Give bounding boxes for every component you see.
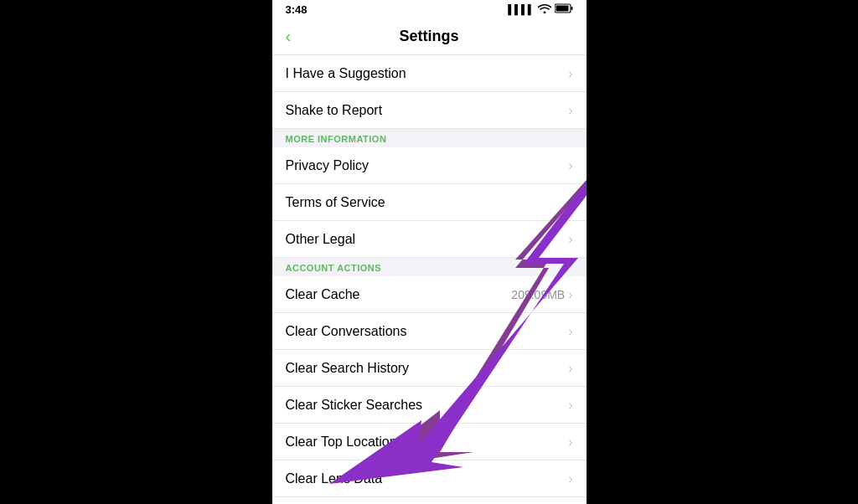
chevron-icon-lens: ›	[568, 471, 572, 486]
battery-icon	[555, 3, 573, 15]
list-item-clear-conversations[interactable]: Clear Conversations ›	[272, 313, 587, 350]
wifi-icon	[538, 3, 551, 15]
chevron-icon-terms: ›	[568, 195, 572, 210]
status-bar: 3:48 ▌▌▌▌	[272, 0, 587, 18]
item-label-cache: Clear Cache	[286, 287, 360, 302]
list-item-clear-locations[interactable]: Clear Top Locations ›	[272, 424, 587, 460]
item-label-suggestion: I Have a Suggestion	[286, 66, 406, 81]
item-label-locations: Clear Top Locations	[286, 435, 404, 450]
list-item-clear-cache[interactable]: Clear Cache 209.09MB ›	[272, 276, 587, 313]
svg-rect-1	[571, 7, 572, 10]
chevron-icon-cache: ›	[568, 287, 572, 302]
nav-bar: ‹ Settings	[272, 18, 587, 55]
chevron-icon-search: ›	[568, 361, 572, 376]
item-label-terms: Terms of Service	[286, 195, 385, 210]
signal-icon: ▌▌▌▌	[508, 4, 534, 14]
status-icons: ▌▌▌▌	[508, 3, 572, 15]
chevron-icon-conversations: ›	[568, 324, 572, 339]
list-item-terms[interactable]: Terms of Service ›	[272, 184, 587, 221]
item-label-privacy: Privacy Policy	[286, 158, 370, 173]
item-right-suggestion: ›	[568, 66, 572, 81]
chevron-icon-privacy: ›	[568, 158, 572, 173]
section-header-account: ACCOUNT ACTIONS	[272, 258, 587, 276]
list-item-shake-to-report[interactable]: Shake to Report ›	[272, 92, 587, 129]
list-item-other-legal[interactable]: Other Legal ›	[272, 221, 587, 258]
list-item-clear-sticker[interactable]: Clear Sticker Searches ›	[272, 387, 587, 424]
page-title: Settings	[399, 28, 458, 45]
chevron-icon-shake: ›	[568, 103, 572, 118]
list-item-join-beta[interactable]: Join Snapchat Beta ›	[272, 497, 587, 504]
cache-size-value: 209.09MB	[511, 288, 565, 301]
list-item-clear-lens[interactable]: Clear Lens Data ›	[272, 460, 587, 497]
status-time: 3:48	[286, 3, 308, 16]
item-label-sticker: Clear Sticker Searches	[286, 398, 423, 413]
section-header-more-info: MORE INFORMATION	[272, 129, 587, 147]
chevron-icon-sticker: ›	[568, 398, 572, 413]
svg-rect-2	[556, 6, 568, 12]
back-chevron-icon: ‹	[286, 27, 292, 46]
chevron-icon: ›	[568, 66, 572, 81]
list-item-clear-search[interactable]: Clear Search History ›	[272, 350, 587, 387]
settings-list: I Have a Suggestion › Shake to Report › …	[272, 55, 587, 504]
phone-container: 3:48 ▌▌▌▌ ‹ Settings	[272, 0, 587, 504]
item-label-search-history: Clear Search History	[286, 361, 410, 376]
chevron-icon-locations: ›	[568, 435, 572, 450]
list-item-privacy-policy[interactable]: Privacy Policy ›	[272, 147, 587, 184]
item-label-conversations: Clear Conversations	[286, 324, 407, 339]
item-label-shake-to-report: Shake to Report	[286, 103, 383, 118]
item-right-shake: ›	[568, 103, 572, 118]
list-item-suggestion[interactable]: I Have a Suggestion ›	[272, 55, 587, 92]
back-button[interactable]: ‹	[286, 27, 292, 46]
item-label-legal: Other Legal	[286, 232, 356, 247]
item-label-lens: Clear Lens Data	[286, 471, 383, 486]
chevron-icon-legal: ›	[568, 232, 572, 247]
